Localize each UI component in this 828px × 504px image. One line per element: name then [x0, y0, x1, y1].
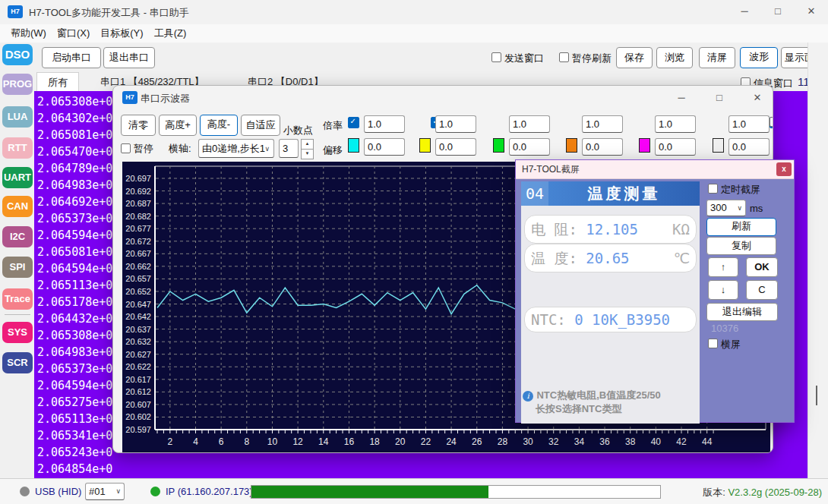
exit-serial-button[interactable]: 退出串口 [103, 47, 155, 68]
sidebar-item-dso[interactable]: DSO [2, 44, 33, 65]
svg-text:40: 40 [651, 436, 662, 447]
channel3-rate-input[interactable]: 1.0 [509, 115, 550, 133]
channel2-rate-input[interactable]: 1.0 [435, 115, 476, 133]
exit-edit-button[interactable]: 退出编辑 [706, 303, 778, 321]
screen-info: i NTC热敏电阻,B值温度25/50 长按S选择NTC类型 [523, 388, 697, 415]
scope-close-icon[interactable]: ✕ [742, 87, 773, 109]
ip-status-label: IP (61.160.207.173) [166, 486, 253, 497]
xaxis-select[interactable]: 由0递增,步长1 ∨ [198, 139, 274, 158]
scope-clear-button[interactable]: 清零 [121, 115, 156, 136]
svg-text:32: 32 [548, 436, 559, 447]
sidebar-item-lua[interactable]: LUA [2, 106, 33, 128]
chevron-down-icon: ∨ [737, 200, 742, 216]
channel6-offset-input[interactable]: 0.0 [728, 138, 770, 156]
sidebar-item-scr[interactable]: SCR [2, 352, 33, 373]
copy-button[interactable]: 复制 [706, 237, 776, 255]
browse-button[interactable]: 浏览 [656, 47, 693, 68]
ok-button[interactable]: OK [746, 257, 778, 277]
tab-0[interactable]: 所有 [36, 72, 79, 92]
channel2-color-swatch[interactable] [419, 138, 431, 153]
sidebar-item-prog[interactable]: PROG [2, 74, 33, 95]
resistance-label: 电 阻: [531, 221, 577, 238]
scope-height-minus-button[interactable]: 高度- [200, 115, 238, 136]
scope-autofit-button[interactable]: 自适应 [241, 115, 280, 136]
menu-item-2[interactable]: 目标板(Y) [100, 24, 143, 43]
channel6-color-swatch[interactable] [713, 138, 724, 153]
channel1-rate-input[interactable]: 1.0 [364, 115, 405, 133]
pause-refresh-checkbox[interactable] [559, 52, 569, 62]
svg-text:20: 20 [395, 436, 406, 447]
channel5-offset-input[interactable]: 0.0 [655, 138, 696, 156]
stepper-up-icon[interactable]: ▲ [301, 139, 314, 150]
clear-screen-button[interactable]: 清屏 [699, 47, 735, 68]
capture-close-icon[interactable]: x [776, 162, 792, 176]
interval-select[interactable]: 300 ∨ [706, 200, 746, 216]
device-screen: 04 温度测量 电 阻: 12.105 KΩ 温 度: 20.65 ℃ NTC:… [521, 181, 700, 424]
decimal-input[interactable]: 3 [279, 139, 299, 158]
scope-height-plus-button[interactable]: 高度+ [159, 115, 197, 136]
ip-status-icon [150, 487, 160, 496]
app-icon: H7 [8, 5, 23, 18]
xaxis-select-value: 由0递增,步长1 [202, 143, 265, 154]
channel4-color-swatch[interactable] [566, 138, 577, 153]
scrollbar[interactable] [807, 43, 828, 478]
ntc-label: NTC: [531, 311, 566, 328]
scope-minimize-icon[interactable]: ─ [666, 87, 697, 109]
c-button[interactable]: C [746, 280, 778, 300]
scope-pause-checkbox[interactable] [121, 143, 131, 153]
interval-value: 300 [710, 202, 727, 213]
sidebar-item-uart[interactable]: UART [2, 167, 33, 188]
list-item: 2.064854e+0 [34, 461, 807, 477]
maximize-icon[interactable]: □ [761, 0, 795, 24]
decimal-stepper[interactable]: ▲ ▼ [301, 139, 314, 158]
svg-text:20.627: 20.627 [125, 350, 151, 359]
channel3-color-swatch[interactable] [493, 138, 504, 153]
channel5-color-swatch[interactable] [639, 138, 650, 153]
scope-maximize-icon[interactable]: □ [704, 87, 735, 109]
save-button[interactable]: 保存 [616, 47, 653, 68]
start-serial-button[interactable]: 启动串口 [42, 47, 101, 68]
channel6-rate-input[interactable]: 1.0 [728, 115, 770, 133]
sidebar-item-rtt[interactable]: RTT [2, 137, 33, 159]
menu-item-0[interactable]: 帮助(W) [11, 24, 46, 43]
svg-text:12: 12 [292, 436, 303, 447]
channel1-enable-checkbox[interactable] [348, 117, 359, 128]
sidebar-item-trace[interactable]: Trace [2, 288, 33, 310]
landscape-checkbox[interactable] [708, 339, 718, 348]
svg-text:20.677: 20.677 [125, 224, 151, 233]
scope-window-title: 串口示波器 [141, 92, 190, 106]
timer-capture-checkbox[interactable] [708, 184, 718, 194]
svg-text:20.647: 20.647 [125, 300, 151, 309]
menu-item-3[interactable]: 工具(Z) [154, 24, 187, 43]
resistance-row: 电 阻: 12.105 KΩ [524, 215, 697, 244]
temperature-unit: ℃ [674, 244, 690, 272]
menu-item-1[interactable]: 窗口(X) [57, 24, 90, 43]
stepper-down-icon[interactable]: ▼ [301, 150, 314, 159]
version-label: 版本: [703, 487, 725, 498]
channel3-offset-input[interactable]: 0.0 [509, 138, 550, 156]
send-window-checkbox[interactable] [491, 52, 501, 62]
sidebar-item-can[interactable]: CAN [2, 196, 33, 217]
down-button[interactable]: ↓ [708, 280, 738, 300]
channel7-checkbox-clipped[interactable] [770, 117, 773, 127]
sidebar-item-sys[interactable]: SYS [2, 322, 33, 343]
up-button[interactable]: ↑ [708, 257, 738, 277]
minimize-icon[interactable]: ─ [728, 0, 761, 24]
close-icon[interactable]: ✕ [795, 0, 828, 24]
sidebar-item-spi[interactable]: SPI [2, 257, 33, 278]
sidebar-item-i2c[interactable]: I2C [2, 226, 33, 247]
timer-capture-label: 定时截屏 [721, 183, 760, 197]
channel1-color-swatch[interactable] [348, 138, 359, 153]
channel1-offset-input[interactable]: 0.0 [364, 138, 405, 156]
channel5-rate-input[interactable]: 1.0 [655, 115, 696, 133]
channel2-offset-input[interactable]: 0.0 [435, 138, 476, 156]
scrollbar-handle[interactable] [816, 386, 817, 405]
channel4-rate-input[interactable]: 1.0 [582, 115, 623, 133]
channel4-offset-input[interactable]: 0.0 [582, 138, 623, 156]
waveform-button[interactable]: 波形 [740, 47, 778, 68]
sidebar-divider [5, 314, 30, 315]
refresh-button[interactable]: 刷新 [706, 218, 776, 236]
port-select[interactable]: #01 ∨ [85, 483, 125, 500]
info-line1: NTC热敏电阻,B值温度25/50 [536, 389, 660, 401]
svg-text:36: 36 [599, 436, 610, 447]
